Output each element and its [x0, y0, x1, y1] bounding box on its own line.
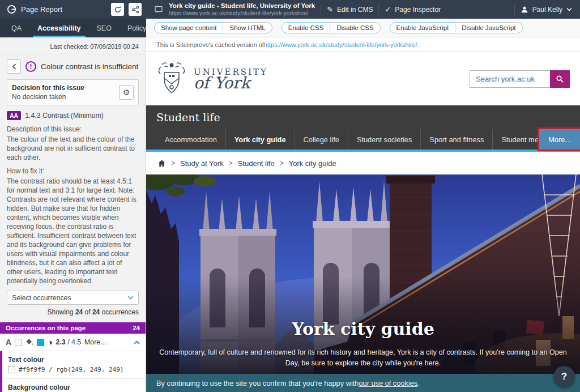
- showing-count: Showing 24 of 24 occurrences: [7, 308, 139, 316]
- site-search: [470, 70, 570, 88]
- more-link[interactable]: More...: [84, 338, 106, 346]
- how-to-fix-text: The contrast ratio should be at least 4.…: [7, 177, 139, 286]
- page-inspector-button[interactable]: ✓ Page Inspector: [385, 5, 441, 14]
- breadcrumb-study-at-york[interactable]: Study at York: [180, 159, 224, 168]
- javascript-toggle-group: Enable JavaScript Disable JavaScript: [390, 22, 523, 33]
- css-toggle-group: Enable CSS Disable CSS: [282, 22, 381, 33]
- check-icon: ✓: [385, 5, 391, 14]
- contrast-required: / 4.5: [67, 338, 81, 346]
- decision-settings-button[interactable]: ⚙: [119, 85, 134, 100]
- divider: [321, 4, 321, 15]
- home-icon[interactable]: [157, 159, 166, 168]
- enable-css-button[interactable]: Enable CSS: [282, 22, 331, 33]
- how-to-fix-label: How to fix it:: [7, 167, 139, 175]
- search-input[interactable]: [470, 70, 550, 88]
- breadcrumb-student-life[interactable]: Student life: [238, 159, 275, 168]
- hero-banner: York city guide Contemporary, full of cu…: [146, 174, 580, 374]
- page-url: https://www.york.ac.uk/study/student-lif…: [169, 10, 315, 17]
- occurrences-panel-header: Occurrences on this page 24: [0, 322, 146, 334]
- enable-javascript-button[interactable]: Enable JavaScript: [390, 22, 456, 33]
- nav-sport-and-fitness[interactable]: Sport and fitness: [420, 129, 492, 150]
- select-occurrences-dropdown[interactable]: Select occurrences: [7, 291, 139, 305]
- nav-student-societies[interactable]: Student societies: [348, 129, 420, 150]
- tab-accessibility[interactable]: Accessibility: [29, 19, 88, 37]
- question-mark-icon: ?: [561, 371, 567, 382]
- contrast-icon: ◑: [48, 338, 52, 346]
- pencil-icon: ✎: [327, 5, 333, 14]
- nav-more-highlighted-occurrence[interactable]: More...: [539, 129, 580, 150]
- divider: [378, 4, 379, 15]
- tab-qa[interactable]: QA: [3, 19, 29, 37]
- top-bar: Page Report York city guide - Student li…: [0, 0, 580, 19]
- share-icon: [131, 6, 139, 14]
- divider: [514, 4, 515, 15]
- background-colour-label: Background colour: [8, 384, 140, 391]
- description-text: The colour of the text and the colour of…: [7, 135, 139, 162]
- cached-page-link[interactable]: https://www.york.ac.uk/study/student-lif…: [264, 41, 417, 48]
- chevron-down-icon: [127, 296, 134, 300]
- refresh-button[interactable]: [111, 3, 124, 16]
- breadcrumb-york-city-guide[interactable]: York city guide: [289, 159, 336, 168]
- share-button[interactable]: [129, 3, 142, 16]
- second-bar: QA Accessibility SEO Policy Show page co…: [0, 19, 580, 37]
- view-toolbar: Show page content Show HTML Enable CSS D…: [146, 19, 580, 37]
- top-bar-left: Page Report: [0, 0, 146, 19]
- cookie-policy-link[interactable]: our use of cookies: [359, 379, 417, 387]
- chevron-left-icon: [12, 63, 16, 70]
- divider: [0, 54, 146, 54]
- chevron-up-icon[interactable]: [134, 340, 140, 344]
- page-title: York city guide - Student life, Universi…: [169, 2, 315, 10]
- issue-header: ! Colour contrast is insufficient: [7, 59, 139, 74]
- disable-css-button[interactable]: Disable CSS: [330, 22, 380, 33]
- text-colour-swatch: [15, 339, 22, 346]
- background-colour-block: Background colour #00b3eb / rgb(0, 179, …: [2, 378, 146, 392]
- help-button[interactable]: ?: [553, 366, 575, 387]
- hero-image: [146, 174, 580, 374]
- tab-seo[interactable]: SEO: [89, 19, 120, 37]
- user-menu[interactable]: Paul Kelly: [521, 6, 572, 14]
- background-colour-swatch: [37, 339, 44, 346]
- decision-value: No decision taken: [12, 93, 119, 101]
- user-name: Paul Kelly: [532, 6, 562, 14]
- section-band: Student life: [146, 105, 580, 129]
- gear-icon: ⚙: [123, 88, 130, 97]
- decision-box: Decision for this issue No decision take…: [7, 79, 139, 105]
- logo-text-of-york: of York: [194, 75, 268, 91]
- cookie-banner: By continuing to use the site you confir…: [146, 374, 580, 392]
- description-label: Description of this issue:: [7, 125, 139, 133]
- chevron-down-icon: [566, 7, 572, 11]
- nav-york-city-guide[interactable]: York city guide: [225, 129, 295, 150]
- disable-javascript-button[interactable]: Disable JavaScript: [455, 22, 522, 33]
- occurrence-summary-row[interactable]: A ◑ 2.3 / 4.5 More...: [0, 334, 146, 351]
- back-button[interactable]: [7, 59, 21, 74]
- nav-student-media[interactable]: Student me: [492, 129, 538, 150]
- last-checked: Last checked: 07/09/2019 00:24: [7, 43, 139, 50]
- warning-icon: !: [25, 61, 36, 72]
- university-of-york-logo[interactable]: UNIVERSITY of York: [156, 61, 268, 96]
- site-header: UNIVERSITY of York: [146, 52, 580, 105]
- app-title: Page Report: [21, 5, 62, 14]
- text-colour-value: #f9f9f9 / rgb(249, 249, 249): [19, 366, 123, 373]
- refresh-icon: [114, 6, 122, 14]
- occurrence-details: Text colour #f9f9f9 / rgb(249, 249, 249)…: [0, 351, 146, 392]
- tab-policy[interactable]: Policy: [120, 19, 154, 37]
- page-report-icon: [7, 5, 16, 14]
- nav-accommodation[interactable]: Accommodation: [156, 129, 225, 150]
- nav-college-life[interactable]: College life: [295, 129, 348, 150]
- york-crest-icon: [156, 61, 187, 96]
- page-content-toggle-group: Show page content Show HTML: [154, 22, 272, 33]
- paint-bucket-icon: [25, 338, 33, 346]
- text-colour-icon: A: [6, 338, 11, 347]
- text-colour-label: Text colour: [8, 356, 140, 364]
- search-button[interactable]: [550, 70, 570, 88]
- top-bar-main: York city guide - Student life, Universi…: [146, 0, 580, 19]
- hero-text: Contemporary, full of culture and renown…: [152, 347, 574, 369]
- occurrences-header-label: Occurrences on this page: [6, 325, 133, 331]
- search-icon: [556, 75, 564, 83]
- text-colour-swatch: [8, 366, 15, 373]
- show-html-button[interactable]: Show HTML: [223, 22, 272, 33]
- hero-title: York city guide: [146, 319, 580, 339]
- show-page-content-button[interactable]: Show page content: [154, 22, 223, 33]
- edit-in-cms-button[interactable]: ✎ Edit in CMS: [327, 5, 373, 14]
- wcag-reference: 1.4.3 Contrast (Minimum): [25, 112, 104, 120]
